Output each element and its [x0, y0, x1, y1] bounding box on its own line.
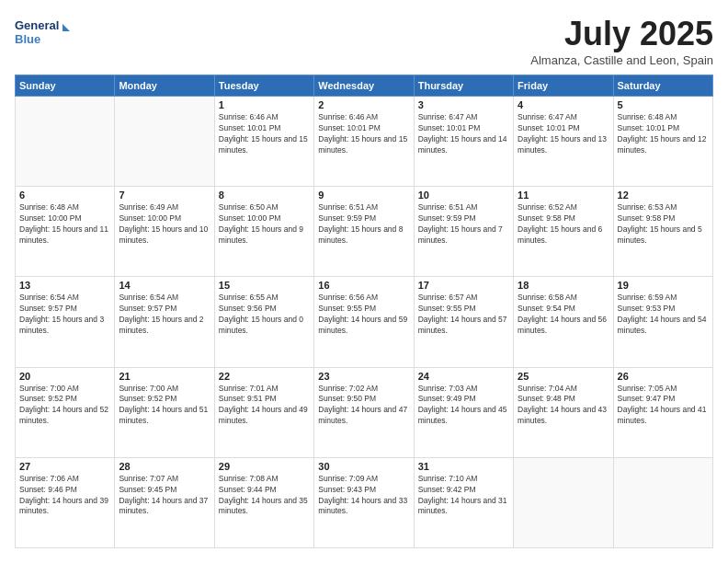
- calendar-week-2: 6 Sunrise: 6:48 AMSunset: 10:00 PMDaylig…: [16, 187, 713, 277]
- day-info: Sunrise: 6:50 AMSunset: 10:00 PMDaylight…: [219, 202, 310, 247]
- table-row: 3 Sunrise: 6:47 AMSunset: 10:01 PMDaylig…: [414, 97, 513, 187]
- day-number: 9: [318, 190, 409, 201]
- table-row: [514, 457, 613, 547]
- table-row: 17 Sunrise: 6:57 AMSunset: 9:55 PMDaylig…: [414, 277, 513, 367]
- table-row: 30 Sunrise: 7:09 AMSunset: 9:43 PMDaylig…: [314, 457, 414, 547]
- day-info: Sunrise: 7:04 AMSunset: 9:48 PMDaylight:…: [518, 384, 609, 428]
- day-number: 29: [219, 461, 310, 472]
- day-info: Sunrise: 6:58 AMSunset: 9:54 PMDaylight:…: [518, 293, 609, 337]
- day-info: Sunrise: 7:09 AMSunset: 9:43 PMDaylight:…: [318, 474, 409, 518]
- day-info: Sunrise: 6:51 AMSunset: 9:59 PMDaylight:…: [418, 202, 509, 247]
- day-info: Sunrise: 6:49 AMSunset: 10:00 PMDaylight…: [119, 202, 210, 247]
- day-info: Sunrise: 6:48 AMSunset: 10:00 PMDaylight…: [19, 202, 110, 247]
- logo: General Blue: [15, 15, 70, 48]
- table-row: 15 Sunrise: 6:55 AMSunset: 9:56 PMDaylig…: [214, 277, 313, 367]
- table-row: 25 Sunrise: 7:04 AMSunset: 9:48 PMDaylig…: [514, 367, 613, 457]
- day-number: 21: [119, 371, 210, 382]
- day-info: Sunrise: 7:02 AMSunset: 9:50 PMDaylight:…: [318, 384, 409, 428]
- day-number: 3: [418, 99, 509, 110]
- day-info: Sunrise: 7:03 AMSunset: 9:49 PMDaylight:…: [418, 384, 509, 428]
- table-row: 31 Sunrise: 7:10 AMSunset: 9:42 PMDaylig…: [414, 457, 513, 547]
- day-number: 8: [219, 190, 310, 201]
- day-info: Sunrise: 6:51 AMSunset: 9:59 PMDaylight:…: [318, 202, 409, 247]
- day-info: Sunrise: 6:55 AMSunset: 9:56 PMDaylight:…: [219, 293, 310, 337]
- day-info: Sunrise: 7:01 AMSunset: 9:51 PMDaylight:…: [219, 384, 310, 428]
- calendar-header-row: Sunday Monday Tuesday Wednesday Thursday…: [16, 75, 713, 97]
- day-info: Sunrise: 7:08 AMSunset: 9:44 PMDaylight:…: [219, 474, 310, 518]
- day-number: 24: [418, 371, 509, 382]
- day-number: 15: [219, 280, 310, 291]
- header: General Blue July 2025 Almanza, Castille…: [15, 15, 713, 67]
- table-row: 14 Sunrise: 6:54 AMSunset: 9:57 PMDaylig…: [115, 277, 214, 367]
- day-info: Sunrise: 7:06 AMSunset: 9:46 PMDaylight:…: [19, 474, 110, 518]
- day-number: 6: [19, 190, 110, 201]
- day-number: 2: [318, 99, 409, 110]
- calendar-week-1: 1 Sunrise: 6:46 AMSunset: 10:01 PMDaylig…: [16, 97, 713, 187]
- table-row: 16 Sunrise: 6:56 AMSunset: 9:55 PMDaylig…: [314, 277, 414, 367]
- day-number: 23: [318, 371, 409, 382]
- subtitle: Almanza, Castille and Leon, Spain: [530, 53, 713, 67]
- day-number: 28: [119, 461, 210, 472]
- calendar-week-3: 13 Sunrise: 6:54 AMSunset: 9:57 PMDaylig…: [16, 277, 713, 367]
- day-number: 5: [618, 99, 709, 110]
- day-number: 18: [518, 280, 609, 291]
- table-row: 9 Sunrise: 6:51 AMSunset: 9:59 PMDayligh…: [314, 187, 414, 277]
- table-row: 8 Sunrise: 6:50 AMSunset: 10:00 PMDaylig…: [214, 187, 313, 277]
- table-row: 5 Sunrise: 6:48 AMSunset: 10:01 PMDaylig…: [613, 97, 712, 187]
- day-number: 20: [19, 371, 110, 382]
- day-number: 19: [618, 280, 709, 291]
- col-wednesday: Wednesday: [314, 75, 414, 97]
- col-thursday: Thursday: [414, 75, 513, 97]
- logo-svg: General Blue: [15, 15, 70, 48]
- table-row: 10 Sunrise: 6:51 AMSunset: 9:59 PMDaylig…: [414, 187, 513, 277]
- day-number: 31: [418, 461, 509, 472]
- day-info: Sunrise: 6:57 AMSunset: 9:55 PMDaylight:…: [418, 293, 509, 337]
- table-row: 2 Sunrise: 6:46 AMSunset: 10:01 PMDaylig…: [314, 97, 414, 187]
- calendar-table: Sunday Monday Tuesday Wednesday Thursday…: [15, 75, 713, 548]
- day-number: 25: [518, 371, 609, 382]
- table-row: 27 Sunrise: 7:06 AMSunset: 9:46 PMDaylig…: [16, 457, 115, 547]
- table-row: 29 Sunrise: 7:08 AMSunset: 9:44 PMDaylig…: [214, 457, 313, 547]
- table-row: 11 Sunrise: 6:52 AMSunset: 9:58 PMDaylig…: [514, 187, 613, 277]
- table-row: 26 Sunrise: 7:05 AMSunset: 9:47 PMDaylig…: [613, 367, 712, 457]
- table-row: 22 Sunrise: 7:01 AMSunset: 9:51 PMDaylig…: [214, 367, 313, 457]
- day-info: Sunrise: 7:05 AMSunset: 9:47 PMDaylight:…: [618, 384, 709, 428]
- table-row: 7 Sunrise: 6:49 AMSunset: 10:00 PMDaylig…: [115, 187, 214, 277]
- table-row: 20 Sunrise: 7:00 AMSunset: 9:52 PMDaylig…: [16, 367, 115, 457]
- table-row: 18 Sunrise: 6:58 AMSunset: 9:54 PMDaylig…: [514, 277, 613, 367]
- day-info: Sunrise: 6:59 AMSunset: 9:53 PMDaylight:…: [618, 293, 709, 337]
- table-row: [115, 97, 214, 187]
- table-row: [16, 97, 115, 187]
- day-info: Sunrise: 6:46 AMSunset: 10:01 PMDaylight…: [219, 112, 310, 156]
- table-row: 1 Sunrise: 6:46 AMSunset: 10:01 PMDaylig…: [214, 97, 313, 187]
- day-info: Sunrise: 7:10 AMSunset: 9:42 PMDaylight:…: [418, 474, 509, 518]
- day-info: Sunrise: 6:48 AMSunset: 10:01 PMDaylight…: [618, 112, 709, 156]
- day-number: 12: [618, 190, 709, 201]
- day-number: 11: [518, 190, 609, 201]
- day-info: Sunrise: 7:00 AMSunset: 9:52 PMDaylight:…: [119, 384, 210, 428]
- day-number: 30: [318, 461, 409, 472]
- calendar-week-4: 20 Sunrise: 7:00 AMSunset: 9:52 PMDaylig…: [16, 367, 713, 457]
- day-number: 22: [219, 371, 310, 382]
- day-info: Sunrise: 7:07 AMSunset: 9:45 PMDaylight:…: [119, 474, 210, 518]
- day-number: 14: [119, 280, 210, 291]
- day-info: Sunrise: 6:46 AMSunset: 10:01 PMDaylight…: [318, 112, 409, 156]
- calendar-week-5: 27 Sunrise: 7:06 AMSunset: 9:46 PMDaylig…: [16, 457, 713, 547]
- table-row: 4 Sunrise: 6:47 AMSunset: 10:01 PMDaylig…: [514, 97, 613, 187]
- col-saturday: Saturday: [613, 75, 712, 97]
- day-number: 17: [418, 280, 509, 291]
- day-info: Sunrise: 6:47 AMSunset: 10:01 PMDaylight…: [418, 112, 509, 156]
- col-tuesday: Tuesday: [214, 75, 313, 97]
- table-row: 21 Sunrise: 7:00 AMSunset: 9:52 PMDaylig…: [115, 367, 214, 457]
- col-monday: Monday: [115, 75, 214, 97]
- day-number: 4: [518, 99, 609, 110]
- table-row: 12 Sunrise: 6:53 AMSunset: 9:58 PMDaylig…: [613, 187, 712, 277]
- table-row: 19 Sunrise: 6:59 AMSunset: 9:53 PMDaylig…: [613, 277, 712, 367]
- day-number: 16: [318, 280, 409, 291]
- col-sunday: Sunday: [16, 75, 115, 97]
- month-title: July 2025: [530, 15, 713, 53]
- day-info: Sunrise: 6:47 AMSunset: 10:01 PMDaylight…: [518, 112, 609, 156]
- day-info: Sunrise: 7:00 AMSunset: 9:52 PMDaylight:…: [19, 384, 110, 428]
- day-info: Sunrise: 6:54 AMSunset: 9:57 PMDaylight:…: [119, 293, 210, 337]
- day-number: 27: [19, 461, 110, 472]
